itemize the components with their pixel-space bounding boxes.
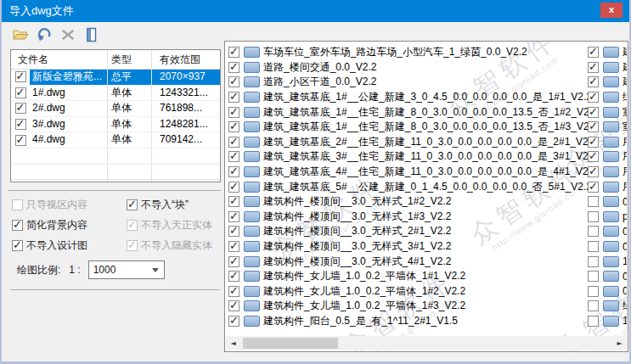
checkbox[interactable] [228,316,239,327]
checkbox[interactable] [228,107,239,118]
checkbox[interactable] [588,62,599,73]
list-item-clipped[interactable]: 16 [586,254,627,269]
list-item-clipped[interactable]: 用 [586,179,627,194]
list-item[interactable]: 道路_楼间交通_0.0_V2.2 [227,60,626,76]
checkbox[interactable] [588,47,599,58]
checkbox[interactable] [588,107,599,118]
list-item[interactable]: 建筑构件_女儿墙_1.0_0.2_平墙体_1#1_V2.2 [227,269,626,284]
list-item-clipped[interactable]: 绿 [586,90,627,105]
table-row[interactable]: 新版金碧雅苑...总平2070×937 [11,70,220,86]
list-item[interactable]: 建筑构件_女儿墙_1.0_0.2_平墙体_1#2_V2.2 [227,284,626,300]
list-item[interactable]: 建筑_建筑基底_1#__公建_新建_3_0_4.5_0.0_0.0_0.0_0.… [227,90,626,105]
list-item[interactable]: 建筑构件_楼顶间__3.0_无样式_3#1_V2.2 [227,239,626,255]
table-row[interactable]: 2#.dwg单体761898... [11,101,220,117]
checkbox[interactable] [588,316,599,327]
list-item[interactable]: 建筑构件_女儿墙_1.0_0.2_平墙体_1#3_V2.2 [227,299,626,314]
checkbox[interactable] [228,151,239,162]
list-item[interactable]: 建筑构件_楼顶间__3.0_无样式_1#3_V2.2 [227,210,626,225]
option-checkbox-row[interactable]: 不导入“块” [127,198,189,212]
checkbox[interactable] [588,271,599,282]
option-checkbox-row[interactable]: 简化背景内容 [12,218,87,232]
checkbox[interactable] [588,137,599,148]
column-header-filename[interactable]: 文件名 [11,50,107,69]
list-item[interactable]: 建筑_建筑基底_4#__住宅_新建_11_0_3.0_0.0_0.0_0.0_0… [227,165,626,180]
checkbox[interactable] [588,121,599,132]
checkbox[interactable] [588,76,599,87]
table-row[interactable]: 1#.dwg单体1243321... [11,86,220,102]
option-checkbox-row[interactable]: 不导入设计图 [12,238,87,253]
table-row[interactable]: 3#.dwg单体1248281... [11,117,220,133]
list-item-clipped[interactable]: 室 [586,120,627,135]
list-item[interactable]: 建筑构件_楼顶间__3.0_无样式_1#2_V2.2 [227,194,626,210]
list-item[interactable]: 建筑_建筑基底_5#__公建_新建_0_1_4.5_0.0_0.0_0.0_0.… [227,179,626,194]
list-item[interactable]: 建筑构件_楼顶间__3.0_无样式_2#1_V2.2 [227,224,626,239]
checkbox[interactable] [228,47,239,58]
checkbox[interactable] [228,271,239,282]
list-item-clipped[interactable]: 用 [586,165,627,180]
checkbox[interactable] [228,196,239,207]
list-item-clipped[interactable]: 用 [586,149,627,165]
column-header-type[interactable]: 类型 [107,50,151,69]
list-item-clipped[interactable]: 建 [586,75,627,90]
checkbox[interactable] [228,62,239,73]
checkbox[interactable] [15,103,26,114]
checkbox[interactable] [228,256,239,267]
checkbox[interactable] [228,121,239,132]
checkbox[interactable] [588,196,599,207]
checkbox[interactable] [588,300,599,311]
list-item-clipped[interactable]: 01 [586,239,627,255]
checkbox[interactable] [588,182,599,193]
undo-button[interactable] [34,25,54,45]
list-item[interactable]: 建筑构件_阳台_0.5_是_有_1^11_2#1_V1.5 [227,314,626,329]
checkbox[interactable] [228,226,239,237]
scroll-right-arrow-icon[interactable]: ► [612,336,627,350]
checkbox[interactable] [588,92,599,103]
column-header-range[interactable]: 有效范围 [151,50,220,69]
scale-select[interactable]: 1000 [88,260,165,279]
checkbox[interactable] [228,92,239,103]
checkbox[interactable] [15,135,26,146]
list-item-clipped[interactable]: 建 [586,60,627,76]
checkbox[interactable] [228,137,239,148]
list-item[interactable]: 建筑构件_楼顶间__3.0_无样式_4#1_V2.2 [227,254,626,269]
horizontal-scrollbar[interactable]: ◄ ► [226,336,627,350]
list-item-clipped[interactable]: 建 [586,45,627,60]
list-item[interactable]: 建筑_建筑基底_1#__住宅_新建_8_0_3.0_0.0_0.0_0.0_13… [227,104,626,120]
list-item[interactable]: 建筑_建筑基底_1#__住宅_新建_8_0_3.0_0.0_0.0_0.0_13… [227,120,626,135]
list-item-clipped[interactable]: 用 [586,135,627,150]
checkbox[interactable] [228,300,239,311]
checkbox[interactable] [588,286,599,297]
list-item-clipped[interactable]: 0 [586,194,627,210]
checkbox[interactable] [228,182,239,193]
checkbox[interactable] [228,241,239,252]
checkbox[interactable] [588,166,599,177]
list-item[interactable]: 车场车位_室外车场_路边车场_小型汽车_1_绿茵_0.0_V2.2 [227,45,626,60]
close-button[interactable]: x [600,3,623,18]
delete-button[interactable] [58,25,78,45]
list-item-clipped[interactable]: 绿 [586,299,627,314]
checkbox[interactable] [588,241,599,252]
scrollbar-thumb[interactable] [243,338,338,349]
checkbox[interactable] [588,256,599,267]
checkbox[interactable] [588,151,599,162]
checkbox[interactable] [228,76,239,87]
list-item[interactable]: 建筑_建筑基底_3#__住宅_新建_11_0_3.0_0.0_0.0_0.0_0… [227,149,626,165]
table-row[interactable]: 4#.dwg单体709142... [11,132,220,148]
checkbox[interactable] [15,119,26,130]
checkbox[interactable] [228,211,239,222]
list-item-clipped[interactable]: 17 [586,314,627,329]
checkbox[interactable] [15,87,26,98]
checkbox[interactable] [12,220,23,231]
checkbox[interactable] [15,71,26,82]
checkbox[interactable] [127,199,138,210]
list-item-clipped[interactable]: 室 [586,104,627,120]
scroll-left-arrow-icon[interactable]: ◄ [226,336,240,350]
checkbox[interactable] [588,226,599,237]
list-item-clipped[interactable]: 04 [586,284,627,300]
list-item-clipped[interactable]: pla [586,210,627,225]
list-item[interactable]: 建筑_建筑基底_2#__住宅_新建_11_0_3.0_0.0_0.0_0.0_0… [227,135,626,150]
checkbox[interactable] [588,211,599,222]
open-file-button[interactable] [10,25,31,45]
list-item[interactable]: 道路_小区干道_0.0_V2.2 [227,75,626,90]
copy-button[interactable] [82,25,102,45]
